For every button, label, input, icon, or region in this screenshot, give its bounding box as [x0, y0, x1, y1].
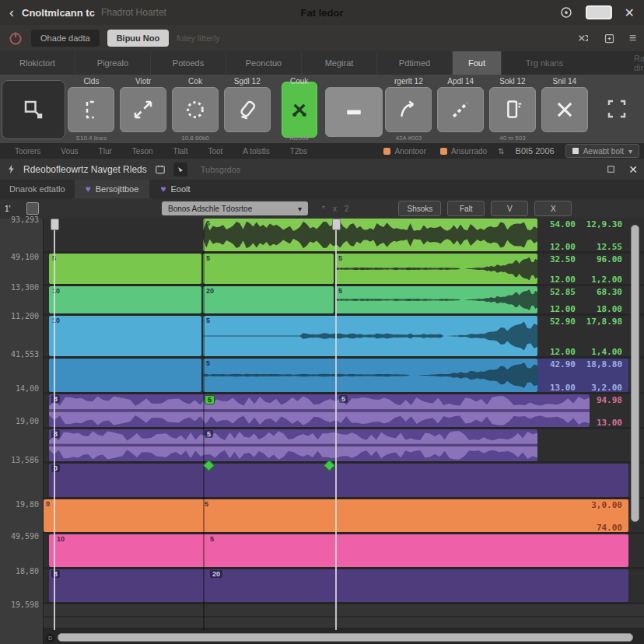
horizontal-scrollbar[interactable]	[58, 633, 633, 642]
tool-button-dashed-circle[interactable]	[172, 87, 219, 132]
status-item-7[interactable]: A tolstls	[233, 147, 279, 156]
source-dropdown[interactable]: Bonos Adschle Tdosrtoe ▾	[162, 201, 308, 215]
track-area: 554.0012,9.3012.0012.5555532.5096.0012.0…	[44, 219, 644, 644]
playhead-handle-1[interactable]	[51, 219, 59, 230]
playhead-2[interactable]	[335, 219, 337, 630]
tool-button-device[interactable]	[489, 87, 536, 132]
marker-1[interactable]: Anontoor	[383, 147, 426, 156]
audio-clip[interactable]: 5	[49, 254, 201, 284]
audio-clip[interactable]: 5	[335, 254, 537, 284]
tool-button-eraser[interactable]	[224, 87, 271, 132]
audio-clip[interactable]: 20	[203, 286, 334, 313]
eraser-icon	[236, 98, 259, 121]
tool-button-cross[interactable]	[541, 87, 588, 132]
tool-caption: 40 m 503	[487, 135, 539, 142]
value-readout: 54.00	[550, 219, 576, 229]
track-row-5: 542.9018,8.8013.003,2.00	[44, 359, 644, 392]
audio-clip[interactable]: 10	[49, 286, 201, 313]
audio-clip[interactable]: 5	[203, 254, 334, 284]
sort-icon[interactable]: ⇅	[498, 147, 504, 156]
tab-3[interactable]: Potoeds	[151, 51, 226, 75]
tool-cell-2: CldsS10.4 lines	[65, 75, 117, 143]
calendar-icon[interactable]	[154, 164, 166, 175]
status-item-3[interactable]: Tlur	[89, 147, 122, 156]
grid-square-icon[interactable]	[604, 33, 615, 44]
filter-label: Dnarok edtatlo	[0, 184, 75, 194]
audio-clip[interactable]: 855	[49, 394, 590, 427]
tool-button-crop[interactable]	[2, 80, 65, 139]
mode-toggle-off-button[interactable]: Ohade dadta	[31, 30, 100, 47]
tool-button-expand[interactable]	[120, 87, 166, 132]
target-icon[interactable]	[559, 5, 573, 19]
clip-number-badge: 0	[51, 464, 60, 472]
tab-5[interactable]: Megirat	[302, 51, 377, 75]
status-item-1[interactable]: Toorers	[5, 147, 51, 156]
playhead-1[interactable]	[54, 219, 55, 630]
audio-clip[interactable]: 5	[203, 316, 537, 356]
tool-cell-6: CoukAlzo09	[273, 75, 325, 143]
value-readout: 3,0.00	[591, 500, 622, 510]
tool-label: Sgdl 12	[221, 77, 273, 86]
divider	[44, 616, 644, 618]
audio-clip[interactable]: 0	[49, 464, 628, 497]
action-bar: Ohade dadta Bipuu Noo futey litterly ≡	[0, 25, 644, 51]
tab-ghost[interactable]: Trg nkans	[502, 51, 587, 75]
status-item-6[interactable]: Toot	[198, 147, 233, 156]
hscroll-home-icon[interactable]: D	[46, 634, 54, 642]
tool-cell-11: Snil 14	[538, 75, 590, 143]
audio-clip[interactable]: 10	[49, 316, 201, 356]
status-item-5[interactable]: Tlalt	[163, 147, 198, 156]
status-item-4[interactable]: Teson	[122, 147, 163, 156]
filter-tab-2[interactable]: ♥ Eoolt	[149, 180, 201, 198]
vertical-scrollbar[interactable]	[631, 225, 639, 522]
timeline-button-v[interactable]: V	[491, 201, 528, 216]
status-item-2[interactable]: Vous	[51, 147, 88, 156]
timeline-button-x[interactable]: X	[534, 201, 572, 216]
shuffle-icon[interactable]	[577, 32, 590, 44]
close-panel-icon[interactable]: ✕	[628, 163, 638, 176]
audio-clip[interactable]: 85	[49, 429, 537, 461]
tool-button-scissors[interactable]	[282, 82, 317, 138]
tool-button-bracket[interactable]	[68, 87, 114, 132]
playhead-handle-2[interactable]	[332, 219, 341, 230]
waveform	[203, 316, 537, 356]
status-strip: ToorersVousTlurTesonTlaltTootA tolstlsT2…	[0, 143, 644, 159]
tab-1[interactable]: Rlokictort	[0, 51, 75, 75]
back-chevron-icon[interactable]: ‹	[9, 5, 14, 19]
audio-editor-app: ‹ Cnoltmlcann tc Fhadrot Hoartet Fat led…	[0, 0, 644, 644]
tab-selected[interactable]: Fout	[453, 51, 502, 75]
audio-clip[interactable]	[49, 359, 201, 392]
value-readout: 12.00	[550, 242, 576, 252]
status-item-8[interactable]: T2bs	[280, 147, 317, 156]
audio-clip[interactable]: 820	[49, 569, 628, 602]
app-badge-icon[interactable]	[173, 163, 187, 177]
timeline-button-shsoks[interactable]: Shsoks	[398, 201, 441, 216]
menu-icon[interactable]: ≡	[629, 31, 636, 45]
power-icon[interactable]	[8, 30, 23, 46]
tool-button-minus[interactable]	[325, 87, 383, 137]
timeline-button-falt[interactable]: Falt	[447, 201, 485, 216]
restore-window-icon[interactable]	[606, 164, 616, 174]
battery-icon[interactable]	[586, 5, 612, 19]
audio-clip[interactable]: 105	[49, 534, 628, 567]
tab-2[interactable]: Pigrealo	[75, 51, 151, 75]
mode-dropdown[interactable]: Aewabt bolt ▾	[565, 144, 639, 158]
value-readout: 96.00	[597, 254, 622, 264]
audio-clip[interactable]: 5	[203, 219, 537, 251]
marker-2[interactable]: Ansurrado	[440, 147, 487, 156]
value-readout: 42.90	[550, 359, 576, 369]
tool-button-fullscreen[interactable]	[594, 87, 639, 131]
close-window-icon[interactable]: ✕	[625, 5, 635, 20]
mode-toggle-on-button[interactable]: Bipuu Noo	[107, 30, 170, 47]
filter-tab-1[interactable]: ♥ Bersojttboe	[75, 180, 150, 198]
audio-clip[interactable]: 5	[203, 359, 537, 392]
audio-clip[interactable]: 5	[335, 286, 537, 313]
tab-6[interactable]: Pdtimed	[377, 51, 453, 75]
ruler-label: 93,293	[11, 215, 39, 224]
page-icon[interactable]	[26, 202, 39, 215]
panel-header: Rdeobofleowrtz Navget Rleds Tubsgrdos ✕	[0, 159, 644, 180]
tool-button-curve-arrow[interactable]	[385, 87, 432, 132]
tool-button-dashed-line[interactable]	[437, 87, 484, 132]
marker-label: Ansurrado	[451, 147, 487, 156]
tab-4[interactable]: Peonctuo	[226, 51, 302, 75]
